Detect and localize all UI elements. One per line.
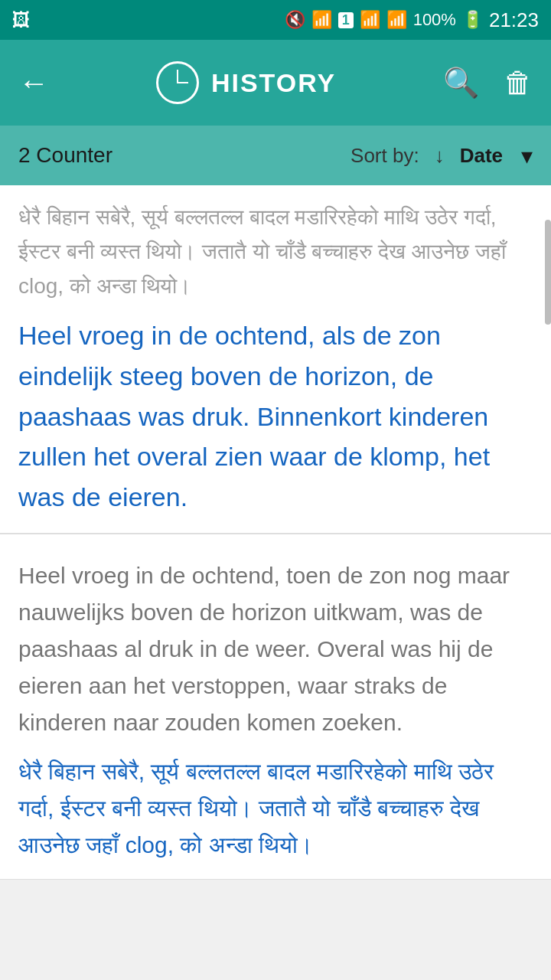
back-button[interactable]: ← [18, 66, 49, 100]
nepali-text-gray-1: धेरै बिहान सबेरै, सूर्य बल्लतल्ल बादल मड… [18, 201, 523, 303]
battery-icon: 🔋 [462, 10, 483, 30]
app-bar: ← HISTORY 🔍 🗑 [0, 40, 551, 126]
scrollbar-indicator[interactable] [545, 220, 551, 324]
status-icons-right: 🔇 📶 1 📶 📶 100% 🔋 21:23 [285, 8, 539, 32]
search-button[interactable]: 🔍 [443, 66, 479, 100]
gallery-icon: 🖼 [12, 9, 31, 31]
battery-percent: 100% [413, 10, 456, 30]
toolbar-row: 2 Counter Sort by: ↓ Date ▾ [0, 126, 551, 185]
sim1-icon: 1 [338, 12, 354, 28]
counter-label: 2 Counter [18, 143, 338, 168]
item-content-2: Heel vroeg in de ochtend, toen de zon no… [18, 557, 533, 864]
signal2-icon: 📶 [386, 10, 407, 30]
sort-value: Date [460, 144, 503, 168]
history-item-2[interactable]: Heel vroeg in de ochtend, toen de zon no… [0, 534, 551, 880]
app-bar-title: HISTORY [211, 68, 336, 98]
nepali-text-blue-2: धेरै बिहान सबेरै, सूर्य बल्लतल्ल बादल मड… [18, 753, 523, 864]
history-item[interactable]: धेरै बिहान सबेरै, सूर्य बल्लतल्ल बादल मड… [0, 185, 551, 534]
status-icons-left: 🖼 [12, 9, 31, 31]
signal-icon: 📶 [360, 10, 380, 30]
history-clock-icon [156, 61, 199, 104]
history-list: धेरै बिहान सबेरै, सूर्य बल्लतल्ल बादल मड… [0, 185, 551, 880]
time-display: 21:23 [489, 8, 539, 32]
dutch-text-gray-2: Heel vroeg in de ochtend, toen de zon no… [18, 557, 523, 741]
sort-direction-icon: ↓ [435, 144, 445, 168]
dropdown-arrow-icon[interactable]: ▾ [521, 142, 533, 169]
app-bar-title-group: HISTORY [156, 61, 336, 104]
mute-icon: 🔇 [285, 10, 305, 30]
item-content-1: धेरै बिहान सबेरै, सूर्य बल्लतल्ल बादल मड… [18, 201, 533, 518]
dutch-text-blue-1: Heel vroeg in de ochtend, als de zon ein… [18, 315, 523, 517]
status-bar: 🖼 🔇 📶 1 📶 📶 100% 🔋 21:23 [0, 0, 551, 40]
wifi-icon: 📶 [311, 10, 332, 30]
delete-button[interactable]: 🗑 [504, 67, 533, 100]
sort-by-label: Sort by: [350, 144, 419, 168]
